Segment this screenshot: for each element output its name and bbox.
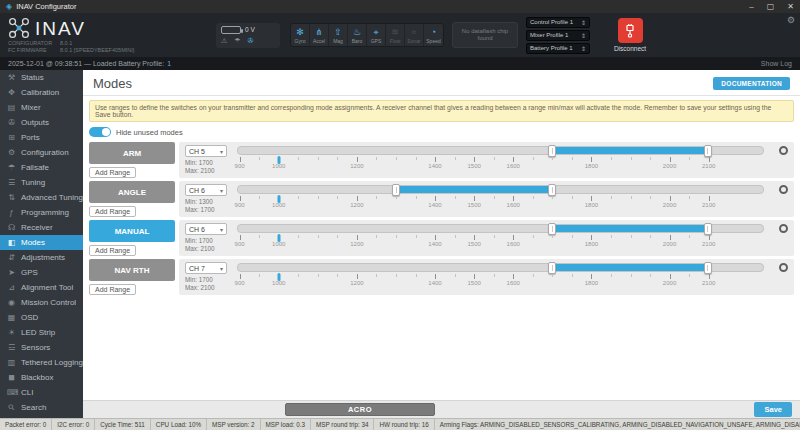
sidebar-item-failsafe[interactable]: ☂Failsafe (0, 160, 83, 175)
window-controls: – ▢ ✕ (749, 2, 794, 11)
sidebar-item-advanced-tuning[interactable]: ⇅Advanced Tuning (0, 190, 83, 205)
tick-mark (318, 196, 319, 199)
channel-select[interactable]: CH 6▾ (185, 223, 227, 235)
range-max-value: Max: 2100 (185, 284, 233, 292)
cli-icon: ⌨ (7, 388, 16, 397)
sidebar-item-outputs[interactable]: ✇Outputs (0, 115, 83, 130)
sidebar-item-cli[interactable]: ⌨CLI (0, 385, 83, 400)
tick-label: 2100 (702, 202, 715, 208)
sidebar-item-receiver[interactable]: ☊Receiver (0, 220, 83, 235)
tick-mark (396, 235, 397, 238)
tick-mark (435, 196, 436, 201)
header-status-icons: ⚠☂✇ (221, 37, 275, 45)
range-min-value: Min: 1700 (185, 237, 233, 245)
delete-range-icon[interactable] (779, 224, 788, 233)
maximize-button[interactable]: ▢ (767, 2, 775, 11)
sidebar-item-status[interactable]: ⚒Status (0, 70, 83, 85)
search-icon: ⚲ (5, 401, 18, 414)
chevrons-updown-icon: ⇕ (581, 45, 586, 52)
tick-label: 1600 (507, 280, 520, 286)
sidebar-item-ports[interactable]: ⊞Ports (0, 130, 83, 145)
sidebar-item-alignment-tool[interactable]: ⊿Alignment Tool (0, 280, 83, 295)
tick-mark (552, 157, 553, 160)
mode-range-slider[interactable]: 90010001200140015001600180020002100 (237, 145, 764, 178)
delete-range-icon[interactable] (779, 185, 788, 194)
failsafe-icon: ☂ (234, 37, 240, 45)
mode-range-slider[interactable]: 90010001200140015001600180020002100 (237, 184, 764, 217)
tick-mark (318, 274, 319, 277)
documentation-button[interactable]: DOCUMENTATION (713, 77, 790, 90)
profile-select-label: Control Profile 1 (530, 19, 573, 25)
hide-unused-toggle[interactable] (89, 127, 111, 137)
acro-button[interactable]: ACRO (285, 403, 435, 416)
tick-mark (416, 157, 417, 160)
slider-ticks: 90010001200140015001600180020002100 (237, 233, 764, 249)
tick-mark (298, 157, 299, 160)
add-range-button[interactable]: Add Range (89, 167, 136, 178)
sidebar-item-mission-control[interactable]: ◉Mission Control (0, 295, 83, 310)
tick-mark (709, 196, 710, 201)
sidebar-item-osd[interactable]: ▦OSD (0, 310, 83, 325)
sidebar-item-gps[interactable]: ➤GPS (0, 265, 83, 280)
sidebar-item-mixer[interactable]: ▤Mixer (0, 100, 83, 115)
tick-mark (611, 157, 612, 160)
sidebar-item-label: Receiver (21, 223, 53, 232)
gps-icon: ⌖ (367, 27, 385, 37)
sidebar-item-label: Sensors (21, 343, 50, 352)
tick-mark (513, 274, 514, 279)
disconnect-button[interactable] (618, 18, 643, 43)
tick-mark (709, 274, 710, 279)
close-button[interactable]: ✕ (787, 2, 794, 11)
add-range-button[interactable]: Add Range (89, 206, 136, 217)
save-button[interactable]: Save (754, 402, 792, 417)
modes-icon: ◧ (7, 238, 16, 247)
settings-gear-icon[interactable]: ⚙ (787, 15, 795, 25)
configuration-icon: ⚙ (7, 148, 16, 157)
range-max-value: Max: 2100 (185, 167, 233, 175)
sidebar-item-calibration[interactable]: ✥Calibration (0, 85, 83, 100)
delete-range-icon[interactable] (779, 146, 788, 155)
hide-unused-label: Hide unused modes (116, 128, 183, 137)
tick-mark (650, 274, 651, 277)
sidebar-item-configuration[interactable]: ⚙Configuration (0, 145, 83, 160)
sidebar-item-adjustments[interactable]: ⇵Adjustments (0, 250, 83, 265)
app-icon: ◈ (6, 3, 12, 11)
add-range-button[interactable]: Add Range (89, 284, 136, 295)
sidebar-item-tethered-logging[interactable]: ▥Tethered Logging (0, 355, 83, 370)
selected-range-bar (552, 264, 708, 271)
tick-mark (670, 196, 671, 201)
mixer-profile-1-select[interactable]: Mixer Profile 1⇕ (526, 30, 590, 41)
channel-select[interactable]: CH 6▾ (185, 184, 227, 196)
tick-mark (689, 157, 690, 160)
minimize-button[interactable]: – (749, 2, 753, 11)
outputs-icon: ✇ (7, 118, 16, 127)
chevron-down-icon: ▾ (220, 187, 223, 194)
tick-label: 900 (235, 163, 245, 169)
sidebar-item-search[interactable]: ⚲Search (0, 400, 83, 415)
sidebar-item-tuning[interactable]: ☰Tuning (0, 175, 83, 190)
mode-range-slider[interactable]: 90010001200140015001600180020002100 (237, 262, 764, 295)
page-title: Modes (93, 76, 132, 91)
sidebar-item-modes[interactable]: ◧Modes (0, 235, 83, 250)
sidebar-item-blackbox[interactable]: ◼Blackbox (0, 370, 83, 385)
control-profile-1-select[interactable]: Control Profile 1⇕ (526, 17, 590, 28)
tick-mark (670, 235, 671, 240)
sidebar-item-sensors[interactable]: ☲Sensors (0, 340, 83, 355)
os-title-bar: ◈ INAV Configurator – ▢ ✕ (0, 0, 800, 13)
battery-profile-1-select[interactable]: Battery Profile 1⇕ (526, 43, 590, 54)
mode-range-slider[interactable]: 90010001200140015001600180020002100 (237, 223, 764, 256)
tick-mark (396, 157, 397, 160)
add-range-button[interactable]: Add Range (89, 245, 136, 256)
sidebar-item-led-strip[interactable]: ☀LED Strip (0, 325, 83, 340)
delete-range-icon[interactable] (779, 263, 788, 272)
log-line: 2025-12-01 @ 09:38:51 — Loaded Battery P… (8, 60, 164, 67)
sensor-indicator-sonar: ≈Sonar (405, 24, 424, 46)
tick-mark (455, 235, 456, 238)
sidebar-item-programming[interactable]: ƒProgramming (0, 205, 83, 220)
range-min-value: Min: 1300 (185, 198, 233, 206)
mission-control-icon: ◉ (7, 298, 16, 307)
mode-header-manual: MANUALAdd Range (89, 220, 175, 256)
channel-select[interactable]: CH 7▾ (185, 262, 227, 274)
show-log-link[interactable]: Show Log (761, 60, 792, 67)
channel-select[interactable]: CH 5▾ (185, 145, 227, 157)
